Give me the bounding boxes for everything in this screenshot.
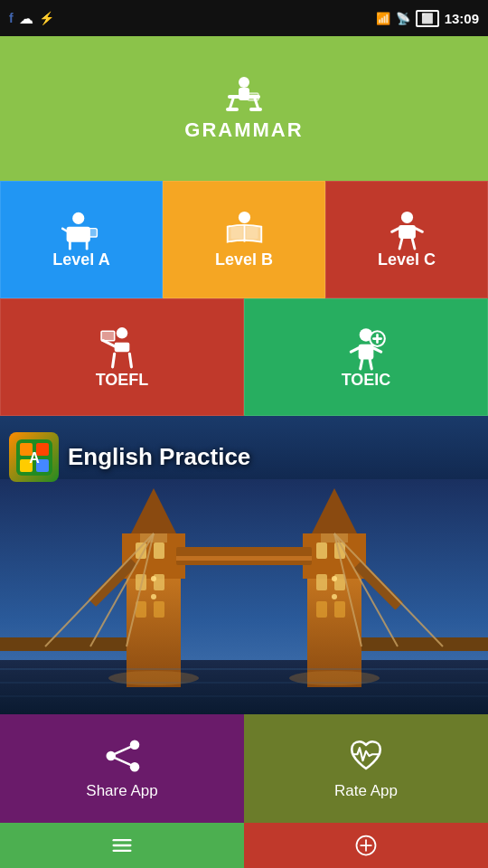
extra-button[interactable] [244,823,488,868]
svg-point-81 [332,576,337,581]
extra-icon [353,833,379,858]
svg-line-35 [361,359,362,368]
banner-overlay: A English Practice [9,432,250,482]
app-icon: A [9,432,59,482]
test-row: TOEFL TOEIC [0,298,488,416]
cloud-icon: ☁ [19,10,33,27]
share-app-button[interactable]: Share App [0,714,244,823]
status-bar: f ☁ ⚡ 📶 📡 ⬜ 13:09 [0,0,488,36]
svg-line-21 [415,229,422,232]
level-a-icon [61,210,102,250]
svg-point-75 [289,671,380,685]
svg-line-30 [129,354,131,367]
battery-icon: ⬜ [416,10,439,27]
svg-rect-32 [359,344,374,359]
svg-point-90 [107,751,117,761]
svg-rect-61 [334,601,345,618]
grammar-label: GRAMMAR [184,118,303,142]
svg-rect-63 [176,556,312,561]
toefl-icon [99,326,145,371]
status-left-icons: f ☁ ⚡ [9,10,54,27]
svg-text:A: A [29,450,40,466]
svg-point-82 [332,594,337,599]
svg-rect-67 [361,637,488,651]
bridge-illustration [0,479,488,714]
svg-rect-12 [85,229,97,237]
bottom-action-row: Share App Rate App [0,714,488,823]
svg-line-20 [391,229,399,232]
svg-rect-7 [248,93,258,100]
usb-icon: ⚡ [39,11,54,25]
svg-point-18 [400,212,412,223]
level-b-icon [224,210,265,250]
svg-rect-19 [399,225,416,239]
svg-point-0 [239,77,249,88]
svg-line-13 [61,229,66,231]
grammar-tile[interactable]: GRAMMAR [0,36,488,181]
svg-point-74 [108,671,199,685]
svg-point-91 [130,762,140,772]
level-b-label: Level B [215,250,273,269]
banner-background: A English Practice [0,416,488,714]
banner-title: English Practice [68,443,250,471]
rate-app-label: Rate App [334,782,398,800]
svg-rect-60 [316,601,327,618]
banner[interactable]: A English Practice [0,416,488,714]
svg-line-26 [103,340,115,345]
svg-line-93 [116,759,130,765]
svg-line-22 [399,239,402,249]
level-b-tile[interactable]: Level B [163,181,325,298]
svg-point-79 [151,576,156,581]
time-display: 13:09 [445,11,479,26]
more-icon [109,833,135,858]
svg-rect-17 [246,227,258,239]
svg-line-34 [373,348,380,352]
grammar-icon [222,75,266,118]
fb-icon: f [9,11,14,25]
level-a-tile[interactable]: Level A [0,181,163,298]
svg-line-23 [412,239,415,249]
level-c-icon [387,210,427,250]
rate-app-button[interactable]: Rate App [244,714,488,823]
svg-rect-27 [101,331,115,340]
wifi-icon: 📶 [376,12,390,25]
svg-rect-64 [0,637,127,651]
share-app-label: Share App [86,782,157,800]
svg-rect-41 [0,660,488,714]
svg-rect-51 [154,601,164,618]
toeic-label: TOEIC [342,371,391,390]
svg-rect-16 [230,227,242,239]
svg-point-8 [72,212,84,224]
svg-point-80 [151,594,156,599]
svg-rect-5 [226,108,239,111]
level-row: Level A Level B Level C [0,181,488,298]
toeic-icon [343,326,389,371]
toefl-tile[interactable]: TOEFL [0,298,244,416]
svg-rect-6 [249,108,262,111]
svg-line-29 [113,354,115,367]
rate-icon [347,737,385,775]
more-button[interactable] [0,823,244,868]
toefl-label: TOEFL [96,371,149,390]
svg-line-33 [351,348,358,352]
bottom-secondary-row [0,823,488,868]
svg-line-36 [370,359,371,368]
svg-line-92 [116,747,130,753]
status-right-icons: 📶 📡 ⬜ 13:09 [376,10,479,27]
svg-rect-47 [154,542,164,559]
signal-icon: 📡 [396,12,410,25]
app-icon-svg: A [16,439,52,476]
toeic-tile[interactable]: TOEIC [244,298,488,416]
level-a-label: Level A [52,250,109,269]
svg-rect-58 [316,574,327,590]
svg-point-89 [130,741,140,750]
svg-point-24 [117,327,128,339]
svg-point-14 [238,212,249,223]
level-c-label: Level C [378,250,436,269]
svg-rect-25 [115,342,130,351]
svg-rect-56 [316,542,327,559]
level-c-tile[interactable]: Level C [325,181,488,298]
share-icon [103,737,141,775]
